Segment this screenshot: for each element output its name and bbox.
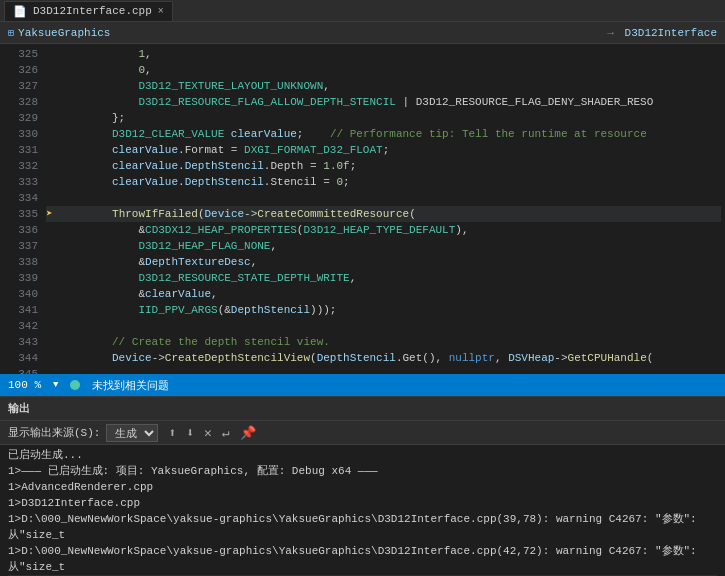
breadcrumb-bar: ⊞ YaksueGraphics → D3D12Interface <box>0 22 725 44</box>
clear-icon[interactable]: ✕ <box>204 425 212 441</box>
editor: 3253263273283293303313323333343353363373… <box>0 44 725 374</box>
source-label: 显示输出来源(S): <box>8 425 100 440</box>
output-title: 输出 <box>8 401 30 416</box>
zoom-dropdown-icon[interactable]: ▼ <box>53 380 58 390</box>
breadcrumb-file: D3D12Interface <box>625 27 717 39</box>
output-source-bar: 显示输出来源(S): 生成 ⬆ ⬇ ✕ ↵ 📌 <box>0 421 725 445</box>
output-line: 1>AdvancedRenderer.cpp <box>8 479 717 495</box>
tab-close-button[interactable]: × <box>158 6 164 17</box>
output-line: 1>——— 已启动生成: 项目: YaksueGraphics, 配置: Deb… <box>8 463 717 479</box>
pin-icon[interactable]: 📌 <box>240 425 256 441</box>
scroll-up-icon[interactable]: ⬆ <box>168 425 176 441</box>
status-text: 未找到相关问题 <box>92 378 169 393</box>
breadcrumb-arrow: → <box>607 27 614 39</box>
line-numbers: 3253263273283293303313323333343353363373… <box>0 44 42 374</box>
output-line: 1>D3D12Interface.cpp <box>8 495 717 511</box>
output-line: 1>D:\000_NewNewWorkSpace\yaksue-graphics… <box>8 543 717 575</box>
output-line: 1>D:\000_NewNewWorkSpace\yaksue-graphics… <box>8 511 717 543</box>
output-content[interactable]: 已启动生成...1>——— 已启动生成: 项目: YaksueGraphics,… <box>0 445 725 576</box>
file-tab[interactable]: 📄 D3D12Interface.cpp × <box>4 1 173 21</box>
source-select[interactable]: 生成 <box>106 424 158 442</box>
output-line: 已启动生成... <box>8 447 717 463</box>
project-icon: ⊞ <box>8 27 14 39</box>
code-area[interactable]: 3253263273283293303313323333343353363373… <box>0 44 725 374</box>
zoom-level: 100 % <box>8 379 41 391</box>
breadcrumb-left: ⊞ YaksueGraphics <box>8 27 110 39</box>
code-content[interactable]: 1, 0, D3D12_TEXTURE_LAYOUT_UNKNOWN, D3D1… <box>42 44 725 374</box>
output-header: 输出 <box>0 397 725 421</box>
wrap-icon[interactable]: ↵ <box>222 425 230 441</box>
output-panel: 输出 显示输出来源(S): 生成 ⬆ ⬇ ✕ ↵ 📌 已启动生成...1>———… <box>0 396 725 576</box>
breadcrumb-right: → D3D12Interface <box>607 27 717 39</box>
file-icon: 📄 <box>13 5 27 18</box>
status-indicator <box>70 380 80 390</box>
tab-label: D3D12Interface.cpp <box>33 5 152 17</box>
status-bar: 100 % ▼ 未找到相关问题 <box>0 374 725 396</box>
scroll-down-icon[interactable]: ⬇ <box>186 425 194 441</box>
title-bar: 📄 D3D12Interface.cpp × <box>0 0 725 22</box>
breadcrumb-project[interactable]: YaksueGraphics <box>18 27 110 39</box>
